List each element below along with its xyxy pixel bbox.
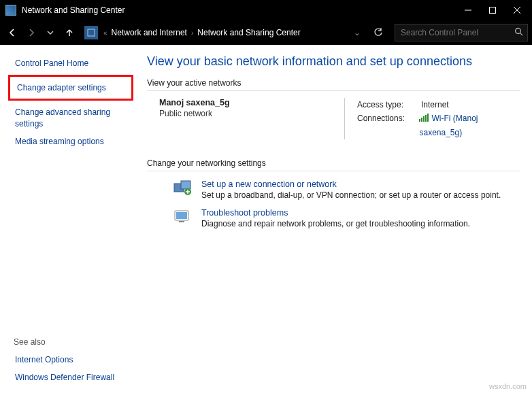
sidebar-change-adapter[interactable]: Change adapter settings [16, 79, 126, 97]
setup-connection-desc: Set up a broadband, dial-up, or VPN conn… [201, 190, 501, 200]
chevron-right-icon: › [191, 29, 193, 37]
main-panel: View your basic network information and … [136, 45, 532, 393]
connection-link[interactable]: Wi-Fi (Manoj saxena_5g) [419, 114, 478, 137]
content: Control Panel Home Change adapter settin… [0, 45, 532, 393]
active-networks-heading: View your active networks [147, 78, 520, 88]
close-button[interactable] [505, 0, 529, 20]
window-title: Network and Sharing Center [22, 5, 456, 15]
up-button[interactable] [61, 24, 78, 41]
forward-button[interactable] [23, 24, 39, 41]
page-title: View your basic network information and … [147, 54, 520, 69]
network-name: Manoj saxena_5g [159, 98, 344, 107]
back-button[interactable] [4, 24, 20, 41]
search-box[interactable] [395, 24, 528, 41]
address-dropdown[interactable]: ⌄ [354, 28, 366, 37]
highlight-change-adapter: Change adapter settings [8, 75, 133, 101]
search-icon[interactable] [514, 27, 523, 38]
navbar: « Network and Internet › Network and Sha… [0, 20, 532, 45]
svg-rect-8 [181, 181, 190, 189]
recent-dropdown[interactable] [42, 24, 59, 41]
breadcrumb-network-internet[interactable]: Network and Internet [112, 28, 187, 37]
svg-rect-11 [176, 212, 187, 219]
setup-connection-link[interactable]: Set up a new connection or network [201, 180, 337, 189]
network-type: Public network [159, 109, 344, 118]
setup-connection-icon [173, 180, 192, 196]
wifi-signal-icon [419, 114, 429, 122]
troubleshoot-icon [173, 208, 192, 224]
svg-rect-12 [179, 221, 184, 222]
svg-line-6 [520, 33, 523, 36]
svg-point-5 [516, 29, 521, 34]
maximize-button[interactable] [480, 0, 505, 20]
connections-label: Connections: [357, 112, 413, 139]
app-icon [5, 5, 16, 16]
refresh-button[interactable] [369, 23, 388, 42]
svg-rect-4 [88, 29, 95, 36]
breadcrumb[interactable]: « Network and Internet › Network and Sha… [103, 28, 366, 37]
watermark: wsxdn.com [489, 382, 527, 390]
svg-rect-1 [490, 7, 496, 14]
active-network-row: Manoj saxena_5g Public network Access ty… [159, 98, 520, 139]
sidebar: Control Panel Home Change adapter settin… [0, 45, 136, 393]
address-icon [84, 26, 98, 39]
titlebar: Network and Sharing Center [0, 0, 532, 20]
action-setup-connection: Set up a new connection or network Set u… [173, 180, 520, 200]
divider [147, 171, 520, 171]
sidebar-control-panel-home[interactable]: Control Panel Home [14, 54, 129, 72]
change-settings-heading: Change your networking settings [147, 158, 520, 168]
access-type-label: Access type: [357, 98, 414, 112]
sidebar-internet-options[interactable]: Internet Options [14, 351, 129, 369]
sidebar-firewall[interactable]: Windows Defender Firewall [14, 369, 129, 386]
search-input[interactable] [399, 27, 514, 38]
action-troubleshoot: Troubleshoot problems Diagnose and repai… [173, 208, 520, 228]
troubleshoot-link[interactable]: Troubleshoot problems [201, 208, 288, 218]
divider [147, 90, 520, 91]
troubleshoot-desc: Diagnose and repair network problems, or… [201, 219, 470, 228]
breadcrumb-sharing-center[interactable]: Network and Sharing Center [197, 28, 300, 37]
see-also-heading: See also [14, 337, 129, 347]
minimize-button[interactable] [456, 0, 480, 20]
sidebar-media-streaming[interactable]: Media streaming options [14, 133, 129, 150]
sidebar-advanced-sharing[interactable]: Change advanced sharing settings [14, 103, 129, 132]
access-type-value: Internet [421, 98, 449, 112]
chevron-left-icon: « [103, 29, 107, 37]
